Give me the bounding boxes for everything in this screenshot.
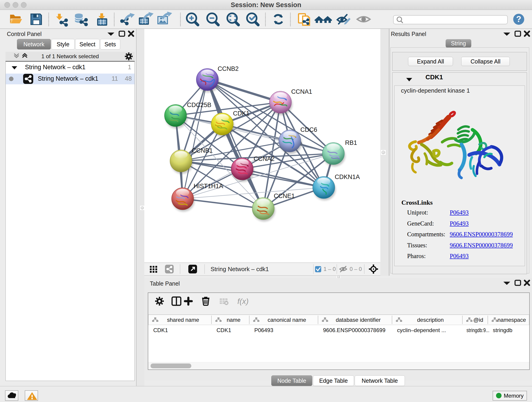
- svg-text:CDC6: CDC6: [300, 126, 317, 133]
- svg-text:name: name: [227, 317, 240, 323]
- svg-text:@id: @id: [473, 317, 483, 323]
- svg-text:CDC25B: CDC25B: [187, 102, 211, 108]
- svg-text:String Network – cdk1: String Network – cdk1: [210, 266, 269, 273]
- svg-text:canonical name: canonical name: [268, 317, 306, 323]
- svg-text:CDK1: CDK1: [233, 110, 249, 117]
- svg-text:f(x): f(x): [237, 297, 249, 306]
- svg-text:CCNB1: CCNB1: [192, 147, 213, 154]
- svg-text:description: description: [417, 317, 443, 323]
- svg-text:namespace: namespace: [497, 317, 526, 323]
- svg-text:CCNE1: CCNE1: [274, 192, 295, 199]
- svg-text:CCNA1: CCNA1: [291, 88, 312, 95]
- svg-text:stringdb: stringdb: [493, 327, 512, 333]
- svg-text:CDK1: CDK1: [153, 327, 168, 333]
- svg-text:RB1: RB1: [345, 139, 357, 146]
- svg-text:1 – 0: 1 – 0: [323, 266, 336, 272]
- svg-text:P06493: P06493: [254, 327, 273, 333]
- svg-text:9606.ENSP00000378699: 9606.ENSP00000378699: [323, 327, 385, 333]
- svg-text:cyclin–dependent ...: cyclin–dependent ...: [397, 327, 446, 333]
- svg-text:shared name: shared name: [167, 317, 199, 323]
- svg-text:CCNA2: CCNA2: [254, 155, 275, 162]
- svg-text:database identifier: database identifier: [336, 317, 380, 323]
- svg-text:HIST1H1A: HIST1H1A: [194, 183, 223, 190]
- svg-text:CCNB2: CCNB2: [218, 65, 239, 72]
- svg-text:stringdb:9...: stringdb:9...: [467, 327, 489, 333]
- svg-text:CDKN1A: CDKN1A: [335, 173, 360, 180]
- svg-text:0 – 0: 0 – 0: [350, 266, 362, 272]
- svg-text:CDK1: CDK1: [216, 327, 231, 333]
- svg-text:?: ?: [516, 14, 521, 24]
